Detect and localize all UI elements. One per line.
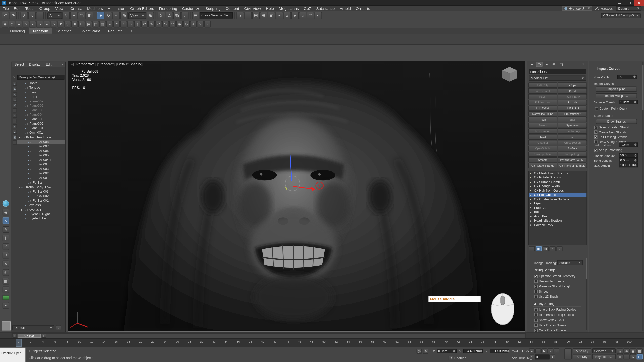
max-length-field[interactable]: 100000.0 (619, 163, 638, 167)
toolbar2-icon-12[interactable]: □ (78, 21, 85, 27)
side-panel-scrollbar[interactable] (642, 62, 644, 331)
explorer-row-purpl[interactable]: ●○Purpl (17, 95, 65, 99)
visibility-dot-icon[interactable]: ○ (30, 190, 31, 193)
visibility-dot-icon[interactable]: ○ (30, 195, 31, 197)
display-hide-back-facing-guides-checkbox[interactable]: Hide Back-Facing Guides (534, 313, 576, 317)
visibility-dot-icon[interactable]: ○ (23, 186, 25, 188)
display-ignore-back-facing-guides-checkbox[interactable]: Ignore Back-Facing Guides (534, 308, 576, 311)
menu-item-animation[interactable]: Animation (105, 6, 128, 11)
utilities-tab-icon[interactable]: * (580, 62, 586, 67)
stack-item-etc[interactable]: ▶etc (529, 210, 586, 214)
zoom-extents-icon[interactable]: ▣ (630, 348, 636, 354)
expand-arrow-icon[interactable]: ▼ (18, 186, 21, 188)
modifier-bulb-icon[interactable]: ● (530, 172, 533, 174)
display-hide-guides-gizmo-checkbox[interactable]: Hide Guides Gizmo (534, 323, 576, 327)
create-key-button[interactable]: + (564, 348, 572, 359)
explorer-row-plane006[interactable]: ●○Plane006 (17, 103, 65, 108)
key-filters-button[interactable]: Key Filters... (592, 354, 616, 359)
modifier-button-chamfer[interactable]: Chamfer (528, 140, 557, 145)
viewport-pov-label[interactable]: [Perspective] (75, 62, 96, 66)
x-coordinate-field[interactable]: 0.0cm (437, 349, 457, 353)
visibility-dot-icon[interactable]: ○ (27, 118, 28, 120)
explorer-row-tongue[interactable]: ●○Tongue (17, 85, 65, 90)
editing-preserve-strand-length-checkbox[interactable]: ✓Preserve Strand Length (534, 284, 575, 288)
ribbon-minimize-icon[interactable]: ▾ (131, 29, 132, 33)
window-crossing-icon[interactable]: ◧ (86, 12, 93, 19)
material-swatch[interactable] (2, 321, 11, 330)
visibility-dot-icon[interactable]: ○ (30, 141, 31, 143)
color-swatch[interactable] (3, 295, 9, 300)
modifier-button-sweep[interactable]: Sweep (528, 123, 557, 128)
unlink-selection-icon[interactable]: ↘ (28, 12, 36, 19)
display-helpers-icon[interactable]: + (13, 108, 17, 112)
time-slider-thumb[interactable]: 0 / 100 (18, 334, 41, 338)
explorer-row-eyelash1[interactable]: ●○eyelash1 (17, 203, 65, 207)
create-tab-icon[interactable]: + (529, 62, 535, 67)
explorer-search-input[interactable]: Name (Sorted Descending) (17, 75, 65, 80)
previous-frame-arrow[interactable]: ‹ (12, 334, 17, 338)
toolbar2-icon-27[interactable]: ⊖ (183, 21, 190, 27)
toolbar2-icon-15[interactable]: ▦ (99, 21, 106, 27)
modifier-button-surface[interactable]: Surface (558, 146, 587, 151)
motion-tab-icon[interactable]: ◎ (551, 62, 557, 67)
apply-smoothing-checkbox[interactable]: ✓ Apply Smoothing (594, 148, 622, 152)
view-cube[interactable] (501, 66, 519, 82)
layer-list-icon[interactable]: ≡ (56, 325, 61, 330)
explorer-row-furball001[interactable]: ●○FurBall001 (17, 176, 65, 180)
explorer-row-plane002[interactable]: ●○Plane002 (17, 121, 65, 126)
explorer-menu-edit[interactable]: Edit (43, 62, 54, 67)
stack-item-ox-rotate-strands[interactable]: ●Ox Rotate Strands (529, 175, 586, 180)
stack-item-face-all[interactable]: ▶Face_All (529, 206, 586, 210)
modifier-button-prooptimizer[interactable]: ProOptimizer (558, 111, 587, 116)
material-editor-icon[interactable]: ● (291, 12, 299, 19)
modifier-bulb-icon[interactable]: ● (530, 181, 533, 183)
toolbar2-icon-30[interactable]: % (204, 21, 211, 27)
surf-distance-field[interactable]: 1.0cm (619, 143, 638, 147)
undo-history-icon[interactable]: ↺ (3, 252, 9, 258)
draw-select-created-strand-checkbox[interactable]: ✓Select Created Strand (594, 126, 629, 129)
visibility-dot-icon[interactable]: ○ (27, 122, 28, 125)
modifier-bulb-icon[interactable]: ● (530, 189, 533, 192)
visibility-eye-icon[interactable]: ◉ (3, 209, 9, 215)
y-coordinate-field[interactable]: -34.671cm (463, 349, 483, 353)
expand-arrow-icon[interactable]: ▶ (21, 208, 25, 211)
display-bones-icon[interactable]: ● (13, 124, 17, 128)
visibility-dot-icon[interactable]: ○ (30, 145, 31, 148)
toolbar2-icon-09[interactable]: ▼ (58, 21, 64, 27)
reference-coordinate-system-dropdown[interactable]: View (128, 12, 146, 19)
pin-stack-icon[interactable]: ⊥ (529, 246, 535, 251)
modifier-button-ox-rotate-strands[interactable]: Ox Rotate Strands (528, 163, 557, 168)
workspace-dropdown[interactable]: Default (616, 6, 641, 11)
explorer-row-furball006[interactable]: ●○FurBall006 (17, 149, 65, 153)
time-configuration-icon[interactable]: ▾ (550, 355, 555, 360)
object-name-field[interactable]: FurBall008 (529, 69, 586, 74)
maxscript-mini-listener[interactable]: Ornatrix: Open (0, 348, 25, 362)
filter-funnel-icon[interactable]: ▽ (13, 75, 15, 78)
curve-editor-icon[interactable]: ~ (276, 12, 283, 19)
display-materials-icon[interactable]: ≡ (13, 140, 17, 144)
comb-brush-icon[interactable]: ∥ (3, 235, 9, 241)
menu-item-modifiers[interactable]: Modifiers (85, 6, 105, 11)
draw-pencil-icon[interactable]: ✎ (3, 226, 9, 233)
explorer-row-furball[interactable]: ●○FurBall (17, 180, 65, 185)
expand-arrow-icon[interactable]: ▶ (530, 211, 533, 213)
modifier-button-turn-to-poly[interactable]: Turn to Poly (558, 128, 587, 134)
select-by-name-icon[interactable]: ≡ (70, 12, 77, 19)
zoom-extents-all-icon[interactable]: ▦ (637, 348, 643, 354)
zoom-all-icon[interactable]: ⊕ (623, 348, 629, 354)
key-mode-toggle[interactable]: ○ (529, 355, 534, 360)
editing-optimize-strand-geometry-checkbox[interactable]: ✓Optimize Strand Geometry (534, 274, 575, 278)
menu-item-tools[interactable]: Tools (23, 6, 37, 11)
visibility-dot-icon[interactable]: ○ (30, 177, 31, 179)
modifier-button-smooth[interactable]: Smooth (528, 157, 557, 162)
stack-item-add-fur[interactable]: ▶Add_Fur (529, 214, 586, 218)
display-all-icon[interactable]: ○ (13, 82, 17, 86)
menu-item-help[interactable]: Help (263, 6, 276, 11)
undo-icon[interactable]: ↶ (2, 12, 9, 19)
visibility-dot-icon[interactable]: ○ (27, 86, 28, 89)
visibility-dot-icon[interactable]: ○ (30, 159, 31, 161)
explorer-row-furball007[interactable]: ●○FurBall007 (17, 144, 65, 149)
project-folder-field[interactable]: C:\Users\JIN\Desktop\G (601, 13, 641, 18)
select-and-move-icon[interactable]: + (97, 12, 104, 19)
visibility-dot-icon[interactable]: ○ (30, 154, 31, 157)
